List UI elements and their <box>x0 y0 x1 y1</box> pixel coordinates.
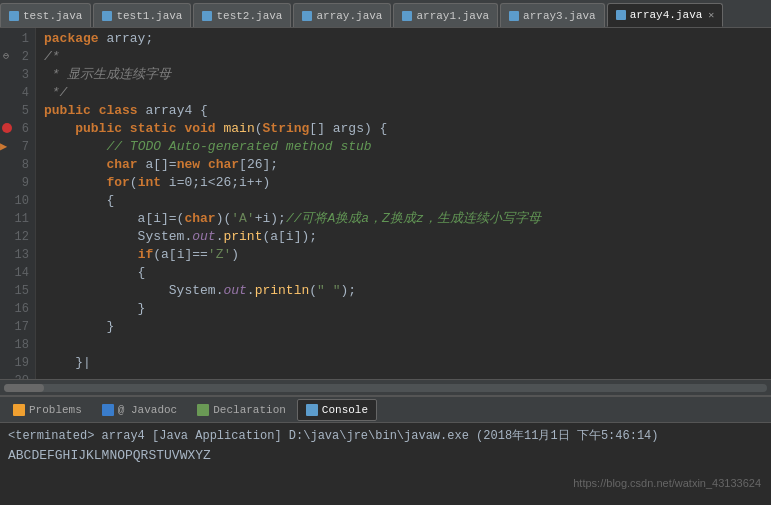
editor: 12⊖34567▶891011121314151617181920 packag… <box>0 28 771 379</box>
tab-close-icon[interactable]: ✕ <box>708 9 714 21</box>
line-number: 14 <box>0 264 35 282</box>
line-number: 20 <box>0 372 35 379</box>
code-line: public static void main(String[] args) { <box>44 120 771 138</box>
token-type: char <box>208 157 239 172</box>
scrollbar-area[interactable] <box>0 379 771 395</box>
line-number: 13 <box>0 246 35 264</box>
code-line: System.out.println(" "); <box>44 282 771 300</box>
console-header: <terminated> array4 [Java Application] D… <box>8 427 763 444</box>
panel-tab-declaration[interactable]: Declaration <box>188 399 295 421</box>
token-out-kw: out <box>223 283 246 298</box>
token-plain <box>44 157 106 172</box>
file-icon <box>302 11 312 21</box>
code-line: a[i]=(char)('A'+i);//可将A换成a，Z换成z，生成连续小写字… <box>44 210 771 228</box>
token-plain <box>216 121 224 136</box>
token-plain: (a[i]); <box>262 229 317 244</box>
tab-label: test1.java <box>116 10 182 22</box>
token-plain: ); <box>340 283 356 298</box>
code-line: char a[]=new char[26]; <box>44 156 771 174</box>
panel-content: <terminated> array4 [Java Application] D… <box>0 423 771 505</box>
tab-label: array.java <box>316 10 382 22</box>
token-out-kw: out <box>192 229 215 244</box>
token-comment-todo: // TODO Auto-generated method stub <box>106 139 371 154</box>
token-plain: i=0;i<26;i++) <box>161 175 270 190</box>
tab-array3java[interactable]: array3.java <box>500 3 605 27</box>
tab-arrayjava[interactable]: array.java <box>293 3 391 27</box>
token-plain <box>44 247 138 262</box>
token-plain: }| <box>44 355 91 370</box>
panel-tab-console[interactable]: Console <box>297 399 377 421</box>
line-number: 10 <box>0 192 35 210</box>
tab-testjava[interactable]: test.java <box>0 3 91 27</box>
panel-tab-bar: Problems@ JavadocDeclarationConsole <box>0 397 771 423</box>
token-kw: void <box>184 121 215 136</box>
token-cn-comment: //可将A换成a，Z换成z，生成连续小写字母 <box>286 211 541 226</box>
token-type: char <box>184 211 215 226</box>
tab-test1java[interactable]: test1.java <box>93 3 191 27</box>
token-plain <box>122 121 130 136</box>
token-plain <box>44 175 106 190</box>
line-number: 1 <box>0 30 35 48</box>
code-line: * 显示生成连续字母 <box>44 66 771 84</box>
code-line: } <box>44 318 771 336</box>
token-kw: package <box>44 31 99 46</box>
tab-label: array4.java <box>630 9 703 21</box>
tab-array4java[interactable]: array4.java✕ <box>607 3 724 27</box>
token-plain: } <box>44 319 114 334</box>
watermark: https://blog.csdn.net/watxin_43133624 <box>573 477 761 489</box>
scroll-track[interactable] <box>4 384 767 392</box>
token-plain: ( <box>130 175 138 190</box>
code-line: System.out.print(a[i]); <box>44 228 771 246</box>
line-number: 4 <box>0 84 35 102</box>
token-method: main <box>224 121 255 136</box>
token-plain: [26]; <box>239 157 278 172</box>
token-plain: [] args) { <box>309 121 387 136</box>
line-number: 16 <box>0 300 35 318</box>
token-plain: ( <box>255 121 263 136</box>
tab-test2java[interactable]: test2.java <box>193 3 291 27</box>
arrow-marker: ▶ <box>0 138 7 156</box>
problems-icon <box>13 404 25 416</box>
token-method: print <box>223 229 262 244</box>
panel-tab-problems[interactable]: Problems <box>4 399 91 421</box>
line-number: 17 <box>0 318 35 336</box>
token-plain: array4 { <box>138 103 208 118</box>
line-number: 11 <box>0 210 35 228</box>
scroll-thumb[interactable] <box>4 384 44 392</box>
token-kw: public <box>75 121 122 136</box>
line-number: 18 <box>0 336 35 354</box>
line-number: 7▶ <box>0 138 35 156</box>
token-kw: new <box>177 157 200 172</box>
collapse-marker[interactable]: ⊖ <box>0 48 12 66</box>
token-comment: */ <box>44 85 67 100</box>
panel-tab-label: Problems <box>29 404 82 416</box>
tab-array1java[interactable]: array1.java <box>393 3 498 27</box>
token-char-lit: 'Z' <box>208 247 231 262</box>
line-number: 3 <box>0 66 35 84</box>
line-number: 15 <box>0 282 35 300</box>
file-icon <box>9 11 19 21</box>
token-type: String <box>263 121 310 136</box>
token-plain: (a[i]== <box>153 247 208 262</box>
bottom-panel: Problems@ JavadocDeclarationConsole <ter… <box>0 395 771 505</box>
token-str: " " <box>317 283 340 298</box>
token-kw: public <box>44 103 91 118</box>
token-plain: a[i]=( <box>44 211 184 226</box>
panel-tab-label: Declaration <box>213 404 286 416</box>
token-plain <box>44 139 106 154</box>
token-plain: +i); <box>255 211 286 226</box>
token-kw: class <box>99 103 138 118</box>
panel-tab-label: @ Javadoc <box>118 404 177 416</box>
token-plain: a[]= <box>138 157 177 172</box>
tab-label: array3.java <box>523 10 596 22</box>
panel-tab-javadoc[interactable]: @ Javadoc <box>93 399 186 421</box>
token-plain: System. <box>44 283 223 298</box>
code-line: public class array4 { <box>44 102 771 120</box>
token-kw: if <box>138 247 154 262</box>
code-line: /* <box>44 48 771 66</box>
token-plain <box>44 337 75 352</box>
console-output: ABCDEFGHIJKLMNOPQRSTUVWXYZ <box>8 448 763 463</box>
token-plain: ) <box>231 247 239 262</box>
code-line: { <box>44 192 771 210</box>
gutter: 12⊖34567▶891011121314151617181920 <box>0 28 36 379</box>
